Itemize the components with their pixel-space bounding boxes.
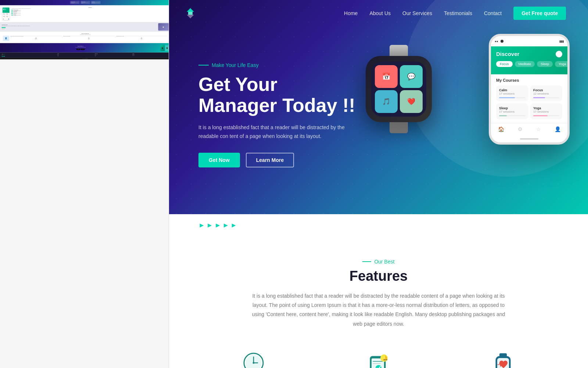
features-description: It is a long established fact that a rea… <box>250 291 507 329</box>
left-thumbnail-panel: Schedule Tasks It is a long established … <box>0 0 169 368</box>
lp-video-placeholder: ▶ <box>158 23 169 31</box>
phone-home-indicator <box>491 135 567 142</box>
hero-content: Make Your Life Easy Get Your Manager Tod… <box>169 26 588 214</box>
phone-home-bar <box>520 138 538 139</box>
phone-tab-yoga[interactable]: Yoga <box>555 61 570 67</box>
watch-app-1: 📅 <box>375 65 398 88</box>
course-sleep: Sleep 17 sessions <box>496 103 528 119</box>
focus-progress-bg <box>533 97 559 98</box>
lp-footer-col-3: Contact info@app.com+1 234 567 890New Yo… <box>132 54 169 57</box>
lp-hero-top: Schedule Tasks It is a long established … <box>0 0 169 6</box>
reminder-icon-wrap: 🔔 <box>360 347 397 368</box>
lp-card-1: Schedule Tasks It is a long established … <box>70 1 80 4</box>
logo-icon <box>184 7 197 20</box>
fitness-icon-wrap <box>485 347 522 368</box>
lp-card-2: Reminder Tasks It is recommended to be r… <box>80 1 90 4</box>
phone-nav-user-icon: 👤 <box>555 126 561 132</box>
features-section: Our Best Features It is a long establish… <box>169 237 588 368</box>
features-label: Our Best <box>198 259 559 265</box>
lp-feature-row-4: Messaging It is a long established that … <box>11 14 169 15</box>
play-icon: ▶ <box>163 26 164 28</box>
phone-tab-meditate[interactable]: Meditate <box>515 61 535 67</box>
learn-more-button[interactable]: Learn More <box>246 153 294 167</box>
arrow-2: ► <box>207 222 213 229</box>
watch-app-3: 🎵 <box>375 90 398 113</box>
nav-contact[interactable]: Contact <box>484 10 502 16</box>
lp-card-3: Fitness Info It is a long establishment … <box>91 1 100 4</box>
svg-point-6 <box>253 362 255 364</box>
reminder-tasks-icon: 🔔 <box>362 349 395 368</box>
phone-top-bar: ●● ▮▮▮ <box>491 36 567 46</box>
feature-schedule-tasks: Schedule Tasks It is a long established … <box>198 347 309 368</box>
hero-text: Make Your Life Easy Get Your Manager Tod… <box>198 62 360 167</box>
schedule-icon-wrap <box>235 347 272 368</box>
phone-screen: Discover Focus Meditate Sleep Yoga <box>491 46 567 142</box>
phone-bottom-nav: 🏠 ⚙ ☆ 👤 <box>491 123 567 135</box>
watch-screen: 📅 💬 🎵 ❤️ <box>371 61 426 117</box>
nav-testimonials[interactable]: Testimonials <box>444 10 472 16</box>
phone-nav-grid-icon: ⚙ <box>518 126 523 132</box>
navbar: Home About Us Our Services Testimonials … <box>169 0 588 26</box>
lp-feature-row-2: Get Notification It is a long establishe… <box>11 11 169 12</box>
watch-app-4: ❤️ <box>400 90 423 113</box>
calm-progress-bar <box>499 97 515 98</box>
fitness-info-icon <box>487 349 520 368</box>
feature-fitness-info: Fitness Info It is a long established fa… <box>448 347 559 368</box>
svg-rect-22 <box>499 353 507 357</box>
hero-devices: 📅 💬 🎵 ❤️ ●● <box>360 38 566 192</box>
arrow-1: ► <box>198 222 205 229</box>
nav-logo <box>184 7 197 20</box>
nav-cta-button[interactable]: Get Free quote <box>513 7 566 20</box>
phone-tab-focus[interactable]: Focus <box>496 61 513 67</box>
svg-text:🔔: 🔔 <box>383 355 388 361</box>
hero-section: Home About Us Our Services Testimonials … <box>169 0 588 214</box>
get-now-button[interactable]: Get Now <box>198 153 240 167</box>
phone-nav-home-icon: 🏠 <box>498 126 504 132</box>
phone-tabs: Focus Meditate Sleep Yoga <box>496 61 562 67</box>
phone-content: My Courses Calm 17 sessions <box>491 74 567 123</box>
arrows-decoration: ► ► ► ► ► <box>169 214 588 237</box>
yoga-progress-bg <box>533 115 559 116</box>
course-focus: Focus 12 sessions <box>530 85 562 101</box>
arrow-4: ► <box>222 222 229 229</box>
phone-courses-grid: Calm 17 sessions Focus <box>496 85 562 119</box>
hero-buttons: Get Now Learn More <box>198 153 360 167</box>
watch-app-2: 💬 <box>400 65 423 88</box>
nav-about[interactable]: About Us <box>369 10 391 16</box>
lp-features-section: Discover Focus Sleep Calm17 sessions Foc… <box>0 6 169 22</box>
lp-testimonials-section: What Our Clients Say There are many vari… <box>0 32 169 43</box>
right-main-panel: Home About Us Our Services Testimonials … <box>169 0 588 368</box>
phone-camera <box>501 40 503 43</box>
nav-services[interactable]: Our Services <box>402 10 432 16</box>
hero-tagline: Make Your Life Easy <box>198 62 360 68</box>
phone-nav-star-icon: ☆ <box>536 126 541 132</box>
phone-tab-sleep[interactable]: Sleep <box>537 61 553 67</box>
course-calm: Calm 17 sessions <box>496 85 528 101</box>
calm-progress-bg <box>499 97 525 98</box>
lp-video-section: See Features Video It is a long establis… <box>0 22 169 32</box>
smartwatch: 📅 💬 🎵 ❤️ <box>360 45 437 133</box>
sleep-progress-bg <box>499 115 525 116</box>
focus-progress-bar <box>533 97 545 98</box>
arrow-3: ► <box>215 222 221 229</box>
phone-mockup: ●● ▮▮▮ Discover Focus Me <box>489 34 573 145</box>
nav-home[interactable]: Home <box>344 10 358 16</box>
course-yoga: Yoga 17 sessions <box>530 103 562 119</box>
lp-feature-row-3: Discover Call It is a long established t… <box>11 13 169 14</box>
lp-cta-section: Get the app !!! It is a long established… <box>0 43 169 53</box>
phone-courses-title: My Courses <box>496 78 562 82</box>
arrow-5: ► <box>230 222 237 229</box>
schedule-tasks-icon <box>237 349 270 368</box>
features-grid: Schedule Tasks It is a long established … <box>198 347 559 368</box>
lp-footer-col-2: Quick Link FAQPrivacy PolicyTermsSupport <box>95 54 132 57</box>
hero-title: Get Your Manager Today !! <box>198 74 360 116</box>
phone-body: ●● ▮▮▮ Discover Focus Me <box>489 34 570 145</box>
watch-body: 📅 💬 🎵 ❤️ <box>366 56 432 122</box>
lp-footer: ⚡ App Social Social HomeAbout UsServices… <box>0 53 169 58</box>
hero-description: It is a long established fact that a rea… <box>198 123 360 141</box>
feature-reminder-tasks: 🔔 Reminder Tasks It is a long establishe… <box>323 347 434 368</box>
features-title: Features <box>198 268 559 284</box>
phone-screen-title: Discover <box>496 51 519 57</box>
svg-marker-1 <box>187 12 194 18</box>
phone-indicator <box>556 51 562 57</box>
